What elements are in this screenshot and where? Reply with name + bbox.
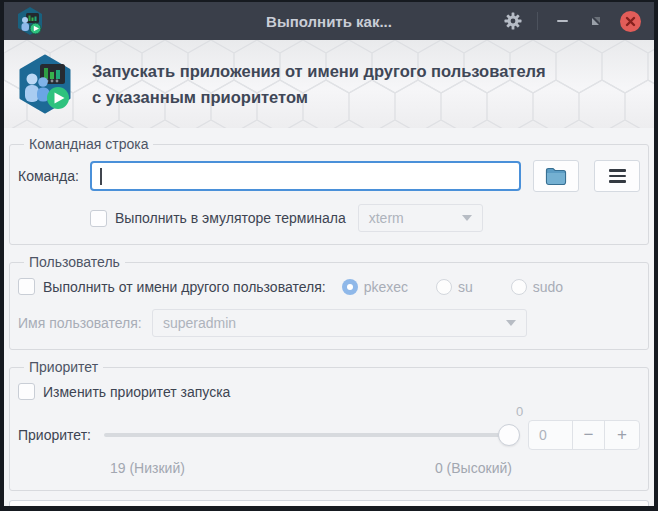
radio-pkexec-label: pkexec — [364, 279, 408, 295]
minimize-button[interactable] — [548, 8, 576, 34]
priority-label: Приоритет: — [18, 427, 104, 443]
gear-icon — [504, 12, 522, 30]
main-content: Командная строка Команда: — [4, 128, 654, 511]
page-title-line1: Запускать приложения от имени другого по… — [92, 58, 546, 84]
user-section: Пользователь Выполнить от имени другого … — [9, 254, 649, 350]
priority-spinbox: 0 − + — [528, 420, 640, 450]
radio-sudo-label: sudo — [533, 279, 563, 295]
menu-icon — [609, 169, 626, 183]
priority-section-legend: Приоритет — [24, 359, 103, 375]
titlebar-separator — [537, 12, 538, 30]
radio-su[interactable] — [436, 279, 452, 295]
priority-slider[interactable] — [104, 424, 518, 446]
run-as-user-checkbox[interactable] — [18, 278, 35, 295]
app-logo-icon — [16, 54, 74, 114]
settings-button[interactable] — [499, 8, 527, 34]
command-section-legend: Командная строка — [24, 136, 153, 152]
text-caret — [100, 168, 102, 185]
run-button[interactable]: Запустить — [9, 500, 649, 511]
page-title-line2: с указанным приоритетом — [92, 84, 546, 110]
chevron-down-icon — [462, 215, 472, 221]
user-section-legend: Пользователь — [24, 254, 125, 270]
maximize-icon — [590, 15, 602, 27]
slider-value: 0 — [516, 404, 523, 419]
username-select-value: superadmin — [163, 315, 236, 331]
command-label: Команда: — [18, 168, 90, 184]
maximize-button[interactable] — [582, 8, 610, 34]
minimize-icon — [557, 20, 568, 22]
app-window: Выполнить как... — [0, 0, 658, 511]
decrement-button[interactable]: − — [573, 421, 605, 449]
username-select[interactable]: superadmin — [152, 309, 527, 337]
run-as-user-checkbox-label: Выполнить от имени другого пользователя: — [43, 279, 326, 295]
command-input[interactable] — [90, 161, 521, 191]
increment-button[interactable]: + — [605, 421, 639, 449]
header-banner: Запускать приложения от имени другого по… — [4, 40, 654, 128]
run-button-label: Запустить — [304, 508, 374, 511]
priority-low-label: 19 (Низкий) — [110, 460, 185, 476]
app-icon — [16, 6, 44, 36]
priority-high-label: 0 (Высокий) — [435, 460, 512, 476]
slider-track — [104, 433, 518, 437]
radio-sudo[interactable] — [511, 279, 527, 295]
titlebar: Выполнить как... — [4, 2, 654, 40]
browse-file-button[interactable] — [533, 160, 579, 192]
slider-handle[interactable] — [498, 424, 520, 446]
priority-scale: 19 (Низкий) 0 (Высокий) — [18, 450, 640, 476]
change-priority-checkbox-label: Изменить приоритет запуска — [43, 384, 230, 400]
terminal-checkbox-label: Выполнить в эмуляторе терминала — [115, 210, 346, 226]
command-menu-button[interactable] — [594, 160, 640, 192]
page-title: Запускать приложения от имени другого по… — [92, 58, 546, 110]
close-button[interactable] — [616, 8, 644, 34]
terminal-checkbox[interactable] — [90, 210, 107, 227]
close-icon — [620, 11, 641, 32]
command-section: Командная строка Команда: — [9, 136, 649, 245]
priority-section: Приоритет Изменить приоритет запуска 0 П… — [9, 359, 649, 491]
slider-value-row: 0 — [18, 402, 640, 420]
folder-icon — [545, 167, 567, 186]
chevron-down-icon — [506, 320, 516, 326]
priority-spin-value[interactable]: 0 — [529, 421, 573, 449]
titlebar-controls — [499, 8, 644, 34]
change-priority-checkbox[interactable] — [18, 383, 35, 400]
radio-su-label: su — [458, 279, 473, 295]
terminal-select[interactable]: xterm — [358, 204, 483, 232]
username-label: Имя пользователя: — [18, 315, 152, 331]
radio-pkexec[interactable] — [342, 279, 358, 295]
terminal-select-value: xterm — [369, 210, 404, 226]
